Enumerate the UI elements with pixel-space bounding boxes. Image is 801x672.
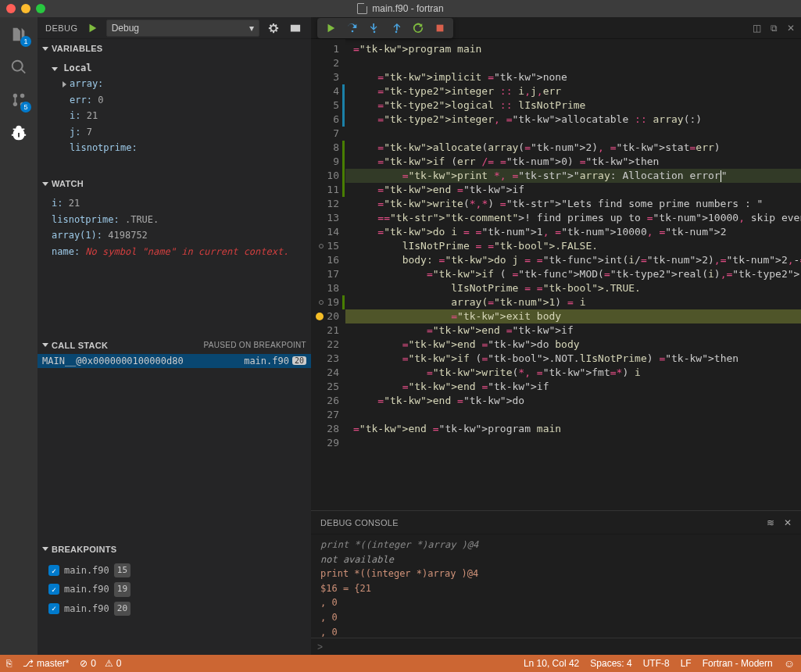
code-line[interactable]: ="tk-kw">allocate(array(="tk-num">2), ="… <box>345 141 801 155</box>
close-editor-button[interactable]: ✕ <box>787 23 795 34</box>
language-mode[interactable]: Fortran - Modern <box>703 658 773 669</box>
gutter-line[interactable]: 17 <box>311 267 339 281</box>
gutter-line[interactable]: 7 <box>311 127 339 141</box>
gutter-line[interactable]: 19 <box>311 295 339 309</box>
debug-tab[interactable] <box>6 120 31 145</box>
code-line[interactable]: ="tk-kw">exit body <box>345 309 801 323</box>
debug-settings-button[interactable] <box>266 20 281 36</box>
gutter-line[interactable]: 16 <box>311 253 339 267</box>
gutter-line[interactable]: 11 <box>311 183 339 197</box>
code-line[interactable] <box>345 127 801 141</box>
code-line[interactable]: ="tk-kw">end ="tk-kw">program main <box>345 422 801 436</box>
gutter-line[interactable]: 14 <box>311 225 339 239</box>
clear-console-button[interactable]: ≋ <box>767 517 774 528</box>
code-line[interactable]: ="tk-kw">implicit ="tk-kw">none <box>345 70 801 84</box>
feedback-button[interactable]: ☺ <box>784 657 795 670</box>
gutter-line[interactable]: 25 <box>311 380 339 394</box>
variables-header[interactable]: VARIABLES <box>38 40 311 57</box>
breakpoint-row[interactable]: ✓main.f9019 <box>45 580 305 599</box>
gutter-line[interactable]: 9 <box>311 155 339 169</box>
gutter-line[interactable]: 20 <box>311 309 339 323</box>
step-out-button[interactable] <box>386 20 406 37</box>
gutter-line[interactable]: 6 <box>311 113 339 127</box>
code-line[interactable]: body: ="tk-kw">do j = ="tk-func">int(i/=… <box>345 253 801 267</box>
close-window-button[interactable] <box>6 4 16 13</box>
watch-header[interactable]: WATCH <box>38 175 311 192</box>
gutter-line[interactable]: 24 <box>311 366 339 380</box>
minimize-window-button[interactable] <box>21 4 30 13</box>
code-line[interactable]: ="tk-kw">if (="tk-bool">.NOT.lIsNotPrime… <box>345 352 801 366</box>
gutter-line[interactable]: 22 <box>311 338 339 352</box>
gutter-line[interactable]: 28 <box>311 422 339 436</box>
gutter-line[interactable]: 1 <box>311 42 339 56</box>
search-tab[interactable] <box>6 55 31 80</box>
code-line[interactable]: ="tk-kw">end ="tk-kw">do <box>345 394 801 408</box>
callstack-header[interactable]: CALL STACK PAUSED ON BREAKPOINT <box>38 337 311 354</box>
gutter-line[interactable]: 29 <box>311 436 339 450</box>
console-input[interactable]: > <box>311 638 801 655</box>
callstack-frame[interactable]: MAIN__@0x0000000100000d80 main.f90 20 <box>38 354 311 368</box>
gutter-line[interactable]: 4 <box>311 84 339 98</box>
debug-config-select[interactable]: Debug ▾ <box>106 20 259 37</box>
variable-row[interactable]: array: <box>52 76 305 91</box>
code-line[interactable]: ="tk-kw">program main <box>345 42 801 56</box>
gutter-line[interactable]: 26 <box>311 394 339 408</box>
code-line[interactable]: ="tk-type2">logical :: lIsNotPrime <box>345 98 801 113</box>
code-line[interactable]: lIsNotPrime = ="tk-bool">.FALSE. <box>345 239 801 253</box>
cursor-position[interactable]: Ln 10, Col 42 <box>524 658 579 669</box>
gutter-line[interactable]: 5 <box>311 98 339 113</box>
step-into-button[interactable] <box>364 20 384 37</box>
encoding-button[interactable]: UTF-8 <box>643 658 670 669</box>
restart-button[interactable] <box>408 20 428 37</box>
code-line[interactable] <box>345 408 801 422</box>
source-control-tab[interactable]: 5 <box>6 88 31 113</box>
gutter-line[interactable]: 23 <box>311 352 339 366</box>
code-line[interactable]: ="tk-type2">integer, ="tk-kw">allocatabl… <box>345 113 801 127</box>
variable-row[interactable]: j: 7 <box>52 124 305 140</box>
close-console-button[interactable]: ✕ <box>784 517 792 528</box>
gutter-line[interactable]: 15 <box>311 239 339 253</box>
problems-button[interactable]: ⊘ 0 ⚠ 0 <box>80 658 121 669</box>
code-line[interactable]: ="tk-kw">print *, ="tk-str">"array: Allo… <box>345 169 801 183</box>
debug-console-toggle[interactable] <box>288 20 303 36</box>
watch-row[interactable]: i: 21 <box>52 195 305 211</box>
watch-row[interactable]: name: No symbol "name" in current contex… <box>52 244 305 259</box>
gutter-line[interactable]: 27 <box>311 408 339 422</box>
code-editor[interactable]: 1234567891011121314151617181920212223242… <box>311 39 801 510</box>
continue-button[interactable] <box>320 20 341 37</box>
breakpoint-row[interactable]: ✓main.f9015 <box>45 561 305 580</box>
gutter-line[interactable]: 13 <box>311 211 339 225</box>
variable-row[interactable]: i: 21 <box>52 108 305 123</box>
code-line[interactable]: ="tk-kw">write(*, ="tk-kw">fmt=*) i <box>345 366 801 380</box>
code-line[interactable]: ="tk-kw">end ="tk-kw">if <box>345 183 801 197</box>
code-line[interactable]: lIsNotPrime = ="tk-bool">.TRUE. <box>345 281 801 295</box>
watch-row[interactable]: array(1): 4198752 <box>52 227 305 243</box>
gutter-line[interactable]: 8 <box>311 141 339 155</box>
remote-button[interactable]: ⎘ <box>6 658 12 669</box>
gutter-line[interactable]: 18 <box>311 281 339 295</box>
watch-row[interactable]: lisnotprime: .TRUE. <box>52 212 305 227</box>
code-line[interactable] <box>345 56 801 70</box>
split-editor-button[interactable]: ◫ <box>753 23 761 34</box>
indent-button[interactable]: Spaces: 4 <box>590 658 631 669</box>
breakpoint-row[interactable]: ✓main.f9020 <box>45 599 305 618</box>
gutter-line[interactable]: 12 <box>311 197 339 211</box>
eol-button[interactable]: LF <box>681 658 692 669</box>
code-line[interactable]: array(="tk-num">1) = i <box>345 295 801 309</box>
code-line[interactable]: ="tk-kw">if ( ="tk-func">MOD(="tk-type2"… <box>345 267 801 281</box>
code-line[interactable]: ="tk-type2">integer :: i,j,err <box>345 84 801 98</box>
code-line[interactable]: ="tk-kw">end ="tk-kw">do body <box>345 338 801 352</box>
maximize-window-button[interactable] <box>36 4 45 13</box>
code-line[interactable]: ="tk-kw">end ="tk-kw">if <box>345 323 801 338</box>
stop-button[interactable] <box>430 20 450 37</box>
diff-button[interactable]: ⧉ <box>771 23 778 34</box>
gutter-line[interactable]: 2 <box>311 56 339 70</box>
gutter-line[interactable]: 3 <box>311 70 339 84</box>
explorer-tab[interactable]: 1 <box>6 22 31 47</box>
start-debug-button[interactable] <box>84 20 100 36</box>
code-line[interactable]: =="tk-str">"tk-comment">! find primes up… <box>345 211 801 225</box>
variable-row[interactable]: err: 0 <box>52 92 305 108</box>
step-over-button[interactable] <box>342 20 363 37</box>
code-line[interactable] <box>345 436 801 450</box>
breakpoints-header[interactable]: BREAKPOINTS <box>38 541 311 558</box>
